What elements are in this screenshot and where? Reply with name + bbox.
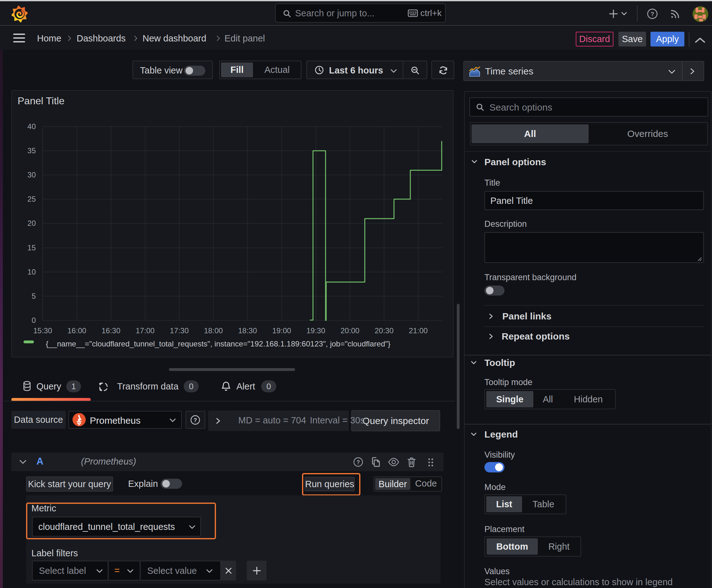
- svg-text:?: ?: [357, 459, 360, 465]
- svg-text:30: 30: [27, 171, 36, 179]
- svg-text:0: 0: [32, 316, 36, 324]
- svg-text:35: 35: [27, 146, 36, 155]
- svg-text:40: 40: [27, 122, 36, 131]
- svg-text:15:30: 15:30: [33, 327, 52, 335]
- svg-text:10: 10: [27, 268, 36, 276]
- svg-text:19:30: 19:30: [306, 327, 325, 335]
- svg-text:21:00: 21:00: [409, 327, 428, 335]
- svg-text:17:00: 17:00: [136, 327, 154, 335]
- svg-text:15: 15: [27, 244, 36, 252]
- svg-text:18:30: 18:30: [238, 327, 257, 335]
- svg-text:20: 20: [27, 219, 36, 227]
- svg-text:16:30: 16:30: [102, 327, 120, 335]
- svg-text:18:00: 18:00: [204, 327, 223, 335]
- svg-text:{__name__="cloudflared_tunnel_: {__name__="cloudflared_tunnel_total_requ…: [46, 339, 390, 348]
- svg-text:19:00: 19:00: [272, 327, 291, 335]
- svg-text:5: 5: [32, 292, 36, 300]
- svg-text:?: ?: [650, 11, 654, 17]
- svg-text:25: 25: [27, 195, 36, 203]
- svg-text:20:30: 20:30: [374, 327, 393, 335]
- svg-text:20:00: 20:00: [341, 327, 360, 335]
- svg-text:?: ?: [194, 417, 197, 423]
- svg-text:17:30: 17:30: [170, 327, 189, 335]
- svg-text:16:00: 16:00: [67, 327, 86, 335]
